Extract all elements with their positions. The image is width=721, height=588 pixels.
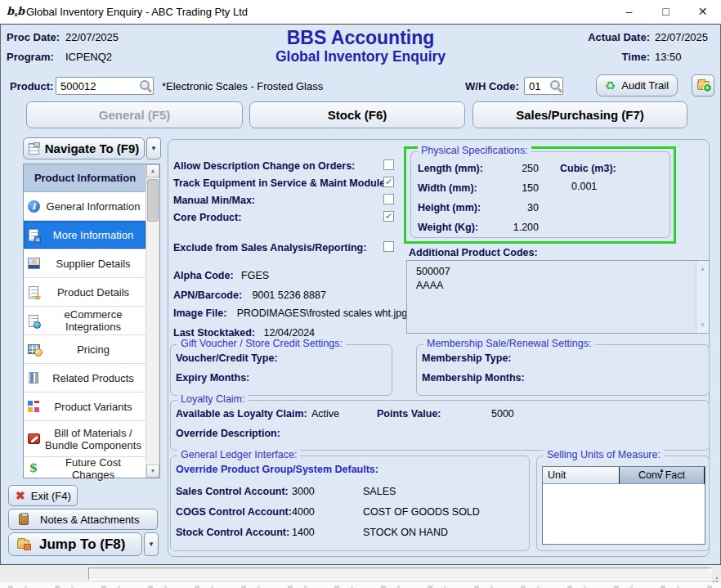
stock-account-desc: STOCK ON HAND — [363, 527, 448, 538]
actual-date-label: Actual Date: — [580, 31, 650, 43]
status-message-panel — [88, 568, 711, 580]
sidebar-item-label: Future Cost Changes — [43, 456, 146, 481]
exclude-sales-analysis-checkbox[interactable] — [383, 241, 394, 252]
maximize-button[interactable]: □ — [647, 0, 684, 24]
group-title: Loyalty Claim: — [177, 393, 249, 405]
navigate-to-label: Navigate To (F9) — [45, 141, 140, 155]
close-button[interactable]: ✕ — [684, 0, 721, 24]
group-title: Membership Sale/Renewal Settings: — [423, 338, 595, 349]
scroll-up-button[interactable]: ▲ — [146, 164, 159, 177]
field-label: Last Stocktaked: — [173, 327, 255, 339]
navigate-to-button[interactable]: Navigate To (F9) — [23, 137, 145, 159]
stock-account-number: 1400 — [292, 527, 315, 538]
gift-voucher-group: Gift Voucher / Store Credit Settings: Vo… — [170, 344, 392, 396]
group-title: Selling Units of Measure: — [544, 449, 664, 460]
sidebar-item-future-cost-changes[interactable]: $ Future Cost Changes — [24, 457, 146, 479]
sidebar-item-bill-of-materials[interactable]: Bill of Materials / Bundle Components — [24, 421, 146, 457]
code-item[interactable]: AAAA — [416, 279, 450, 293]
unit-column-header[interactable]: Unit — [543, 467, 620, 484]
sidebar-item-ecommerce-integrations[interactable]: eCommerce Integrations — [24, 307, 146, 335]
jump-to-label: Jump To (F8) — [39, 536, 125, 553]
cogs-account-number: 4000 — [292, 506, 315, 518]
width-label: Width (mm): — [418, 182, 477, 194]
sidebar-item-label: Related Products — [43, 372, 146, 384]
additional-codes-label: Additional Product Codes: — [409, 247, 538, 258]
document-star-icon: ★ — [24, 286, 43, 298]
product-search-icon[interactable] — [140, 80, 151, 92]
general-ledger-group: General Ledger Interface: Override Produ… — [170, 456, 530, 551]
jump-to-button[interactable]: Jump To (F8) — [8, 532, 142, 556]
tab-stock[interactable]: Stock (F6) — [249, 101, 465, 128]
length-value: 250 — [486, 163, 539, 174]
clipboard-icon — [19, 514, 29, 525]
actual-date-value: 22/07/2025 — [655, 31, 708, 43]
sidebar-item-supplier-details[interactable]: Supplier Details — [24, 249, 146, 278]
audit-trail-button[interactable]: ♻ Audit Trail — [596, 74, 678, 97]
person-icon — [24, 258, 43, 269]
sidebar-item-more-information[interactable]: + More Information — [24, 221, 146, 249]
group-title: General Ledger Interface: — [177, 449, 300, 460]
membership-months-label: Membership Months: — [422, 372, 525, 384]
checklist-icon — [24, 372, 43, 384]
core-product-checkbox[interactable] — [383, 211, 394, 222]
sidebar-item-label: Bill of Materials / Bundle Components — [43, 427, 146, 451]
sidebar-item-label: Supplier Details — [43, 258, 146, 270]
checkbox-label: Manual Min/Max: — [173, 195, 255, 206]
jump-to-dropdown-button[interactable] — [144, 532, 159, 556]
units-table: Unit Conv Fact — [542, 466, 705, 545]
conv-fact-column-header[interactable]: Conv Fact — [620, 467, 705, 484]
folders-icon — [17, 540, 29, 549]
allow-description-checkbox[interactable] — [383, 159, 394, 170]
sales-account-number: 3000 — [292, 486, 315, 497]
product-input[interactable] — [56, 77, 154, 95]
exit-button[interactable]: ✖ Exit (F4) — [8, 485, 78, 506]
sidebar-item-label: Product Details — [43, 286, 146, 298]
sales-account-desc: SALES — [363, 486, 396, 497]
info-icon: i — [24, 200, 43, 213]
new-record-button[interactable] — [692, 74, 714, 97]
scroll-up-icon[interactable]: ▲ — [696, 263, 709, 275]
sidebar-item-label: Product Variants — [43, 401, 146, 413]
scroll-thumb[interactable] — [147, 179, 159, 222]
dollar-icon: $ — [24, 462, 43, 474]
cogs-account-desc: COST OF GOODS SOLD — [363, 506, 480, 518]
cubic-value: 0.001 — [571, 181, 597, 192]
sidebar-item-product-details[interactable]: ★ Product Details — [24, 278, 146, 307]
tab-general[interactable]: General (F5) — [26, 101, 243, 128]
codes-scrollbar[interactable]: ▲ ▼ — [696, 261, 709, 333]
navigate-list-icon — [29, 143, 39, 155]
override-description-label: Override Description: — [176, 428, 280, 439]
sidebar-item-product-variants[interactable]: Product Variants — [24, 393, 146, 421]
clipped-bottom-row — [0, 582, 721, 588]
exit-label: Exit (F4) — [31, 490, 71, 502]
wh-code-search-icon[interactable] — [550, 80, 562, 92]
track-equipment-checkbox[interactable] — [383, 177, 394, 187]
loyalty-claim-group: Loyalty Claim: Available as Loyalty Clai… — [170, 400, 710, 451]
product-label: Product: — [10, 80, 53, 92]
additional-codes-listbox[interactable]: 500007 AAAA ▲ ▼ — [406, 260, 710, 334]
loyalty-claim-value: Active — [311, 408, 339, 420]
minimize-button[interactable]: – — [611, 0, 647, 24]
sidebar-item-general-information[interactable]: i General Information — [24, 192, 146, 221]
manual-minmax-checkbox[interactable] — [383, 194, 394, 204]
status-bar — [0, 565, 721, 582]
tab-sales-purchasing[interactable]: Sales/Purchasing (F7) — [472, 101, 687, 128]
sidebar-item-related-products[interactable]: Related Products — [24, 364, 146, 393]
code-item[interactable]: 500007 — [416, 265, 450, 279]
window-title: Global Inventory Enquiry - ABC Trading P… — [26, 0, 248, 25]
cogs-account-label: COGS Control Account: — [176, 506, 292, 518]
navigate-dropdown-button[interactable] — [146, 137, 161, 159]
sidebar-item-pricing[interactable]: Pricing — [24, 335, 146, 364]
field-label: Image File: — [173, 307, 226, 319]
nav-section-header: Product Information — [24, 164, 146, 192]
sidebar-scrollbar[interactable]: ▲ ▼ — [146, 164, 159, 478]
stock-account-label: Stock Control Account: — [176, 527, 289, 538]
scroll-down-icon[interactable]: ▼ — [696, 319, 709, 331]
product-field-wrap — [56, 77, 154, 95]
notes-attachments-button[interactable]: Notes & Attachments — [8, 509, 158, 530]
field-value: 9001 5236 8887 — [253, 290, 326, 301]
scroll-down-button[interactable]: ▼ — [146, 465, 159, 478]
membership-group: Membership Sale/Renewal Settings: Member… — [416, 344, 710, 396]
resize-grip[interactable] — [716, 577, 718, 579]
expiry-months-label: Expiry Months: — [176, 372, 249, 384]
